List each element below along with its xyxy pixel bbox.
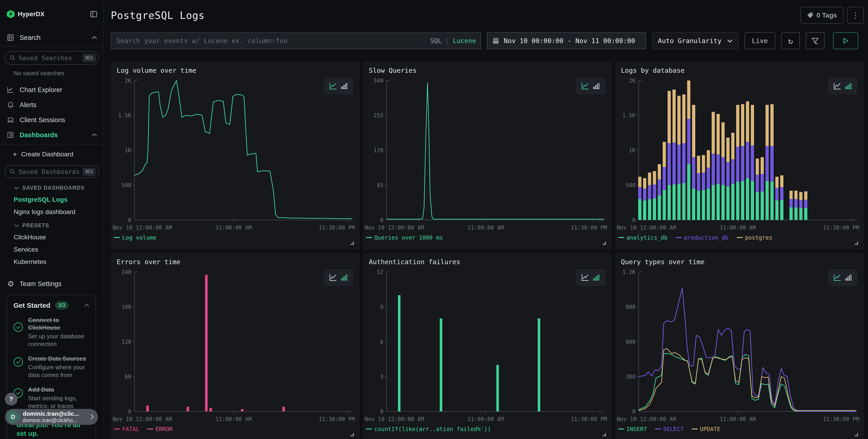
stacked-bar-segment [697, 191, 700, 220]
filter-button[interactable] [806, 32, 825, 49]
sidebar-preset-services[interactable]: Services [14, 246, 103, 253]
bar-ERROR [282, 407, 285, 411]
chevron-up-icon[interactable] [92, 133, 97, 136]
check-circle-icon [13, 322, 23, 332]
chart-card-5: Authentication failures129630Nov 10 12:0… [363, 253, 612, 439]
date-range-picker[interactable]: Nov 10 00:00:00 - Nov 11 00:00:00 [487, 32, 646, 49]
stacked-bar-segment [770, 104, 774, 146]
resize-handle[interactable] [603, 242, 606, 244]
stacked-bar-segment [673, 143, 676, 184]
stacked-bar-segment [663, 142, 666, 167]
saved-dashboards-input[interactable]: Saved Dashboards ⌘K [5, 165, 99, 178]
legend-item[interactable]: Queries over 1000 ms [374, 234, 443, 241]
legend-item[interactable]: UPDATE [700, 426, 720, 432]
granularity-select[interactable]: Auto Granularity [652, 32, 739, 49]
legend-item[interactable]: Log volume [122, 234, 157, 241]
resize-handle[interactable] [350, 242, 353, 244]
shortcut-badge: ⌘K [83, 54, 96, 62]
more-options-button[interactable]: ⋮ [847, 7, 864, 24]
toolbar: SQL | Lucene Nov 10 00:00:00 - Nov 11 00… [111, 32, 864, 49]
sidebar-item-label: Dashboards [20, 131, 58, 139]
stacked-bar-segment [653, 184, 656, 198]
stacked-bar-segment [795, 199, 798, 208]
stacked-bar-segment [692, 105, 695, 157]
legend-item[interactable]: analytics_db [626, 234, 668, 241]
sidebar-item-chart-explorer[interactable]: Chart Explorer [0, 82, 103, 97]
help-button[interactable]: ? [5, 393, 18, 406]
stacked-bar-segment [643, 200, 646, 220]
resize-handle[interactable] [855, 242, 858, 244]
divider [0, 46, 103, 46]
line-view-button[interactable] [329, 82, 337, 91]
sidebar-dashboard-nginx-logs[interactable]: Nginx logs dashboard [14, 208, 103, 216]
mode-divider: | [445, 37, 449, 45]
get-started-item-add-data[interactable]: Add Data Start sending logs, metrics, or… [13, 386, 89, 410]
legend-item[interactable]: countIf(like(arr..ation failed%')) [374, 426, 491, 432]
legend-item[interactable]: INSERT [626, 426, 647, 432]
bar-view-button[interactable] [593, 274, 600, 282]
legend-item[interactable]: postgres [745, 234, 772, 241]
event-search-input[interactable] [111, 33, 480, 49]
chevron-up-icon[interactable] [84, 304, 89, 307]
plus-icon: + [13, 150, 17, 159]
chevron-up-icon[interactable] [92, 36, 97, 39]
dashboard-grid: Log volume over time2K1.5K1K5000Nov 10 1… [111, 62, 864, 439]
bar-view-button[interactable] [593, 82, 600, 90]
line-view-button[interactable] [833, 82, 842, 91]
line-view-button[interactable] [581, 82, 589, 91]
sidebar-item-search[interactable]: Search [0, 31, 103, 44]
legend-item[interactable]: FATAL [122, 426, 139, 432]
resize-handle[interactable] [603, 433, 606, 436]
sidebar-item-label: Chart Explorer [20, 86, 62, 94]
legend-item[interactable]: ERROR [155, 426, 173, 432]
sidebar-item-alerts[interactable]: Alerts [0, 97, 103, 113]
line-view-button[interactable] [581, 273, 589, 282]
y-axis-label: 3 [380, 374, 383, 380]
resize-handle[interactable] [350, 433, 353, 436]
saved-dashboards-placeholder: Saved Dashboards [19, 168, 80, 175]
x-axis-label: 11:00:00 AM [467, 416, 504, 422]
stacked-bar-segment [638, 177, 642, 187]
y-axis-label: 1.2K [622, 269, 636, 275]
main-content: PostgreSQL Logs 0 Tags ⋮ SQL | [104, 0, 868, 439]
sidebar-item-client-sessions[interactable]: Client Sessions [0, 113, 103, 127]
chart-icon [7, 86, 14, 93]
stacked-bar-segment [677, 184, 681, 220]
shortcut-badge: ⌘K [83, 167, 96, 176]
create-dashboard-button[interactable]: + Create Dashboard [13, 148, 103, 161]
resize-handle[interactable] [855, 433, 858, 436]
bar-view-button[interactable] [845, 82, 852, 90]
saved-dashboards-header[interactable]: SAVED DASHBOARDS [14, 185, 103, 191]
live-button[interactable]: Live [744, 32, 775, 49]
y-axis-label: 1.5K [622, 113, 636, 119]
line-view-button[interactable] [329, 273, 337, 282]
get-started-item-sources[interactable]: Create Data Sources Configure where your… [13, 355, 89, 379]
chart-plot: 240180120600Nov 10 12:00:00 AM11:00:00 A… [111, 253, 360, 439]
sidebar-dashboard-postgresql-logs[interactable]: PostgreSQL Logs [14, 196, 103, 203]
lucene-mode-toggle[interactable]: Lucene [453, 37, 476, 45]
bar-view-button[interactable] [341, 274, 348, 282]
run-query-button[interactable] [833, 32, 858, 49]
bar-view-button[interactable] [341, 82, 348, 90]
check-circle-icon [13, 357, 23, 367]
line-view-button[interactable] [833, 273, 842, 282]
refresh-button[interactable]: ↻ [781, 32, 800, 49]
sidebar-preset-kubernetes[interactable]: Kubernetes [14, 258, 103, 265]
refresh-icon: ↻ [788, 36, 793, 45]
tags-button[interactable]: 0 Tags [801, 7, 843, 24]
sql-mode-toggle[interactable]: SQL [430, 37, 442, 45]
user-menu[interactable]: D dominic.tran@clic... dominic.tran@clic… [5, 409, 98, 425]
sidebar-item-dashboards[interactable]: Dashboards [0, 127, 103, 143]
presets-header[interactable]: PRESETS [14, 222, 103, 229]
chart-plot: 340255170850Nov 10 12:00:00 AM11:00:00 A… [363, 62, 612, 250]
sidebar-collapse-icon[interactable] [90, 11, 97, 18]
sidebar: HyperDX Search Saved Searches ⌘K [0, 0, 104, 439]
sidebar-preset-clickhouse[interactable]: ClickHouse [14, 233, 103, 241]
get-started-progress-badge: 3/3 [55, 301, 69, 310]
sidebar-item-team-settings[interactable]: ⚙ Team Settings [0, 277, 103, 291]
saved-searches-input[interactable]: Saved Searches ⌘K [5, 51, 99, 65]
bar-view-button[interactable] [845, 274, 852, 282]
get-started-item-connect[interactable]: Connect to ClickHouse Set up your databa… [13, 316, 89, 348]
legend-item[interactable]: SELECT [663, 426, 684, 432]
legend-item[interactable]: production_db [684, 234, 728, 241]
